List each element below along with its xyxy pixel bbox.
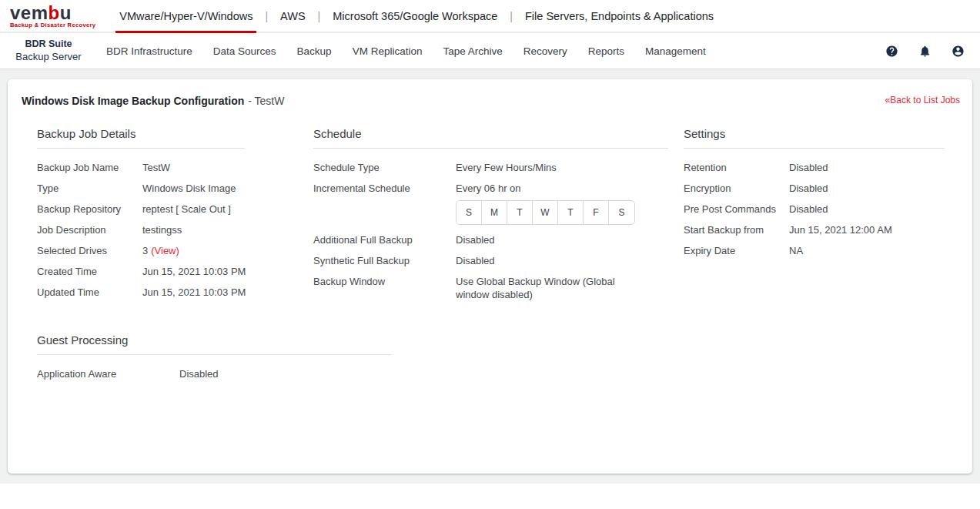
row-value: Disabled bbox=[456, 256, 495, 266]
detail-row-backup-repository: Backup Repository reptest [ Scale Out ] bbox=[37, 204, 313, 215]
row-value: Windows Disk Image bbox=[142, 183, 236, 194]
section-settings: Settings Retention Disabled Encryption D… bbox=[684, 127, 945, 311]
nav-menu: BDR Infrastructure Data Sources Backup V… bbox=[106, 45, 727, 57]
detail-row-type: Type Windows Disk Image bbox=[37, 183, 313, 194]
row-value: TestW bbox=[142, 162, 170, 173]
job-configuration-card: Windows Disk Image Backup Configuration-… bbox=[8, 79, 972, 474]
schedule-row-backup-window: Backup Window Use Global Backup Window (… bbox=[313, 276, 684, 301]
vembu-logo[interactable]: vembu Backup & Disaster Recovery bbox=[10, 0, 95, 32]
tab-microsoft365-google-workspace[interactable]: Microsoft 365/Google Workspace bbox=[329, 0, 501, 32]
nav-item-backup[interactable]: Backup bbox=[297, 45, 332, 57]
notifications-icon[interactable] bbox=[918, 45, 932, 58]
row-value: Jun 15, 2021 12:00 AM bbox=[789, 225, 892, 236]
row-value: Jun 15, 2021 10:03 PM bbox=[142, 266, 246, 277]
row-label: Type bbox=[37, 183, 142, 194]
view-drives-link[interactable]: (View) bbox=[151, 245, 179, 256]
selected-drives-count: 3 bbox=[142, 245, 148, 256]
settings-row-expiry-date: Expiry Date NA bbox=[684, 246, 945, 256]
section-schedule: Schedule Schedule Type Every Few Hours/M… bbox=[313, 127, 684, 311]
tab-separator: | bbox=[510, 0, 513, 32]
row-value: Use Global Backup Window (Global window … bbox=[456, 275, 648, 301]
settings-row-start-backup-from: Start Backup from Jun 15, 2021 12:00 AM bbox=[684, 225, 945, 236]
schedule-row-additional-full-backup: Additional Full Backup Disabled bbox=[313, 235, 684, 246]
row-label: Schedule Type bbox=[313, 162, 456, 173]
row-label: Backup Window bbox=[313, 276, 456, 301]
nav-item-tape-archive[interactable]: Tape Archive bbox=[443, 45, 502, 57]
detail-row-selected-drives: Selected Drives 3(View) bbox=[37, 246, 313, 256]
row-label: Backup Job Name bbox=[37, 162, 142, 173]
schedule-row-synthetic-full-backup: Synthetic Full Backup Disabled bbox=[313, 256, 684, 266]
row-label: Additional Full Backup bbox=[313, 235, 456, 246]
section-heading: Backup Job Details bbox=[37, 127, 245, 149]
day-cell-tuesday: T bbox=[507, 201, 533, 224]
schedule-row-schedule-type: Schedule Type Every Few Hours/Mins bbox=[313, 162, 684, 173]
main-navbar: BDR Suite Backup Server BDR Infrastructu… bbox=[0, 33, 980, 69]
page-title-text: Windows Disk Image Backup Configuration bbox=[22, 95, 244, 107]
row-label: Start Backup from bbox=[684, 225, 789, 236]
row-value: Disabled bbox=[179, 369, 219, 380]
card-header: Windows Disk Image Backup Configuration-… bbox=[22, 95, 960, 107]
section-columns: Backup Job Details Backup Job Name TestW… bbox=[37, 127, 945, 311]
day-cell-sunday: S bbox=[457, 201, 482, 224]
account-icon[interactable] bbox=[952, 45, 965, 58]
guest-row-application-aware: Application Aware Disabled bbox=[37, 369, 945, 380]
top-product-bar: vembu Backup & Disaster Recovery VMware/… bbox=[0, 0, 980, 33]
bdr-suite-label: BDR Suite Backup Server bbox=[0, 38, 97, 63]
tab-aws[interactable]: AWS bbox=[276, 0, 309, 32]
content-area: Windows Disk Image Backup Configuration-… bbox=[0, 69, 980, 484]
detail-row-job-description: Job Description testingss bbox=[37, 225, 313, 236]
sections: Backup Job Details Backup Job Name TestW… bbox=[22, 107, 960, 380]
nav-item-bdr-infrastructure[interactable]: BDR Infrastructure bbox=[106, 45, 192, 57]
row-label: Encryption bbox=[684, 183, 789, 194]
nav-item-management[interactable]: Management bbox=[645, 45, 706, 57]
incremental-schedule-text: Every 06 hr on bbox=[456, 183, 635, 194]
tab-file-servers-endpoints-applications[interactable]: File Servers, Endpoints & Applications bbox=[521, 0, 717, 32]
row-label: Backup Repository bbox=[37, 204, 142, 215]
settings-row-pre-post-commands: Pre Post Commands Disabled bbox=[684, 204, 945, 215]
tab-vmware-hyperv-windows[interactable]: VMware/Hyper-V/Windows bbox=[115, 0, 256, 32]
detail-row-backup-job-name: Backup Job Name TestW bbox=[37, 162, 313, 173]
section-heading: Settings bbox=[684, 127, 945, 149]
row-label: Incremental Schedule bbox=[313, 183, 456, 225]
row-value: Jun 15, 2021 10:03 PM bbox=[142, 287, 246, 298]
help-icon[interactable] bbox=[885, 45, 898, 58]
settings-row-retention: Retention Disabled bbox=[684, 162, 945, 173]
page-title: Windows Disk Image Backup Configuration-… bbox=[22, 95, 284, 107]
vembu-logo-tagline: Backup & Disaster Recovery bbox=[10, 22, 95, 28]
row-value: 3(View) bbox=[142, 246, 179, 256]
row-label: Created Time bbox=[37, 266, 142, 277]
suite-subtitle: Backup Server bbox=[0, 51, 97, 64]
section-heading: Schedule bbox=[313, 127, 668, 149]
day-cell-thursday: T bbox=[558, 201, 584, 224]
nav-item-recovery[interactable]: Recovery bbox=[523, 45, 567, 57]
row-value: testingss bbox=[142, 225, 182, 236]
product-tabs: VMware/Hyper-V/Windows | AWS | Microsoft… bbox=[115, 0, 717, 32]
row-label: Expiry Date bbox=[684, 246, 789, 256]
day-cell-friday: F bbox=[584, 201, 609, 224]
row-label: Retention bbox=[684, 162, 789, 173]
row-label: Pre Post Commands bbox=[684, 204, 789, 215]
row-value: Every 06 hr on S M T W T F S bbox=[456, 183, 635, 225]
day-cell-wednesday: W bbox=[533, 201, 558, 224]
tab-separator: | bbox=[265, 0, 268, 32]
row-value: Every Few Hours/Mins bbox=[456, 162, 557, 173]
nav-item-vm-replication[interactable]: VM Replication bbox=[353, 45, 423, 57]
row-value: reptest [ Scale Out ] bbox=[142, 204, 231, 215]
vembu-logo-text: vembu bbox=[10, 4, 95, 22]
row-value: Disabled bbox=[456, 235, 495, 246]
schedule-row-incremental-schedule: Incremental Schedule Every 06 hr on S M … bbox=[313, 183, 684, 225]
back-to-list-jobs-link[interactable]: «Back to List Jobs bbox=[885, 95, 960, 105]
row-value: Disabled bbox=[789, 162, 828, 173]
settings-row-encryption: Encryption Disabled bbox=[684, 183, 945, 194]
section-guest-processing: Guest Processing Application Aware Disab… bbox=[37, 333, 945, 380]
nav-item-reports[interactable]: Reports bbox=[588, 45, 624, 57]
row-value: Disabled bbox=[789, 183, 828, 194]
job-name: - TestW bbox=[248, 95, 284, 107]
row-value: NA bbox=[789, 246, 803, 256]
section-heading: Guest Processing bbox=[37, 333, 391, 355]
nav-icons bbox=[865, 45, 965, 58]
nav-item-data-sources[interactable]: Data Sources bbox=[213, 45, 276, 57]
day-cell-monday: M bbox=[482, 201, 507, 224]
row-label: Selected Drives bbox=[37, 246, 142, 256]
section-backup-job-details: Backup Job Details Backup Job Name TestW… bbox=[37, 127, 313, 311]
